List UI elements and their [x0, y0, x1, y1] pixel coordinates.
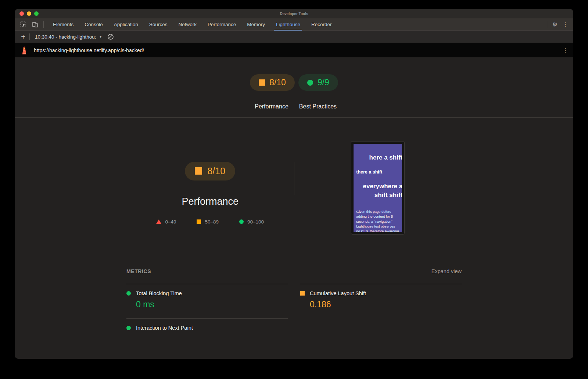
devtools-tabbar: Elements Console Application Sources Net… [15, 18, 573, 31]
report-selector-label: 10:30:40 - hacking-lighthou: [35, 34, 96, 40]
titlebar: Developer Tools [15, 9, 573, 18]
lighthouse-toolbar: + 10:30:40 - hacking-lighthou: ▼ [15, 31, 573, 43]
report-selector[interactable]: 10:30:40 - hacking-lighthou: ▼ [35, 34, 102, 40]
best-practices-category-label[interactable]: Best Practices [297, 102, 338, 111]
pass-circle-icon [239, 219, 244, 224]
clear-reports-icon[interactable] [107, 33, 114, 40]
performance-category-label[interactable]: Performance [250, 102, 294, 111]
tab-performance[interactable]: Performance [202, 18, 241, 31]
tab-lighthouse[interactable]: Lighthouse [270, 18, 306, 31]
tab-sources[interactable]: Sources [144, 18, 173, 31]
pass-circle-icon [307, 80, 313, 86]
lighthouse-report: 8/10 9/9 Performance Best Practices 8/10 [15, 57, 573, 359]
report-url: https://hacking-lighthouse.netlify.app/c… [34, 47, 144, 53]
new-report-icon[interactable]: + [18, 33, 28, 41]
tab-network[interactable]: Network [173, 18, 202, 31]
metric-value: 0 ms [136, 300, 288, 310]
settings-gear-icon[interactable]: ⚙ [550, 20, 560, 29]
screenshot-heading-2: there a shift [356, 169, 399, 175]
chevron-down-icon: ▼ [99, 35, 102, 39]
lighthouse-icon [20, 46, 29, 55]
metric-value: 0.186 [310, 300, 462, 310]
tab-console[interactable]: Console [79, 18, 108, 31]
divider [43, 21, 44, 28]
pass-circle-icon [126, 291, 131, 296]
screenshot-page: here a shift there a shift everywhere a … [354, 144, 402, 232]
metrics-section: METRICS Expand view Total Blocking Time … [126, 268, 462, 331]
window-title: Developer Tools [15, 12, 573, 16]
performance-gauge-pill: 8/10 [185, 162, 235, 180]
average-square-icon [259, 79, 265, 86]
tab-elements[interactable]: Elements [47, 18, 79, 31]
inspect-element-icon[interactable] [18, 20, 29, 29]
legend-fail-range: 0–49 [165, 219, 176, 225]
fail-triangle-icon [156, 219, 161, 224]
metric-name: Cumulative Layout Shift [310, 290, 366, 296]
performance-score: 8/10 [269, 78, 286, 87]
category-header: 8/10 Performance 0–49 50–89 90–100 [126, 141, 462, 235]
section-divider [15, 117, 573, 118]
devtools-tabs: Elements Console Application Sources Net… [47, 18, 337, 31]
average-square-icon [195, 167, 202, 175]
device-toolbar-icon[interactable] [30, 20, 40, 29]
category-title: Performance [182, 196, 239, 207]
tab-application[interactable]: Application [108, 18, 144, 31]
devtools-window: Developer Tools Elements Console Applica… [15, 9, 573, 359]
gauge-score: 8/10 [207, 166, 225, 176]
metric-name: Interaction to Next Paint [136, 325, 193, 331]
score-summary: 8/10 9/9 Performance Best Practices [15, 57, 573, 111]
expand-view-button[interactable]: Expand view [431, 268, 462, 274]
more-options-icon[interactable]: ⋮ [560, 20, 570, 29]
metric-interaction-to-next-paint: Interaction to Next Paint [126, 318, 288, 331]
average-square-icon [197, 219, 201, 224]
screenshot-heading-3: everywhere a shift shift [356, 182, 402, 200]
metric-cumulative-layout-shift: Cumulative Layout Shift 0.186 [300, 284, 462, 310]
legend-pass-range: 90–100 [247, 219, 264, 225]
best-practices-score: 9/9 [318, 78, 329, 87]
final-screenshot-thumbnail[interactable]: here a shift there a shift everywhere a … [351, 141, 405, 235]
average-square-icon [300, 291, 305, 296]
score-legend: 0–49 50–89 90–100 [156, 219, 264, 225]
screenshot-heading-1: here a shift [356, 154, 402, 161]
metric-total-blocking-time: Total Blocking Time 0 ms [126, 284, 288, 310]
report-more-icon[interactable]: ⋮ [563, 47, 568, 54]
screenshot-paragraph: Given this page defers adding the conten… [356, 209, 399, 232]
tab-memory[interactable]: Memory [241, 18, 270, 31]
tab-recorder[interactable]: Recorder [306, 18, 337, 31]
metrics-heading: METRICS [126, 268, 151, 274]
performance-score-pill[interactable]: 8/10 [250, 74, 295, 91]
pass-circle-icon [126, 326, 131, 330]
report-url-bar: https://hacking-lighthouse.netlify.app/c… [15, 43, 573, 57]
divider [29, 33, 30, 40]
best-practices-score-pill[interactable]: 9/9 [298, 74, 338, 91]
metric-name: Total Blocking Time [136, 290, 182, 296]
divider [548, 21, 548, 28]
legend-average-range: 50–89 [205, 219, 219, 225]
